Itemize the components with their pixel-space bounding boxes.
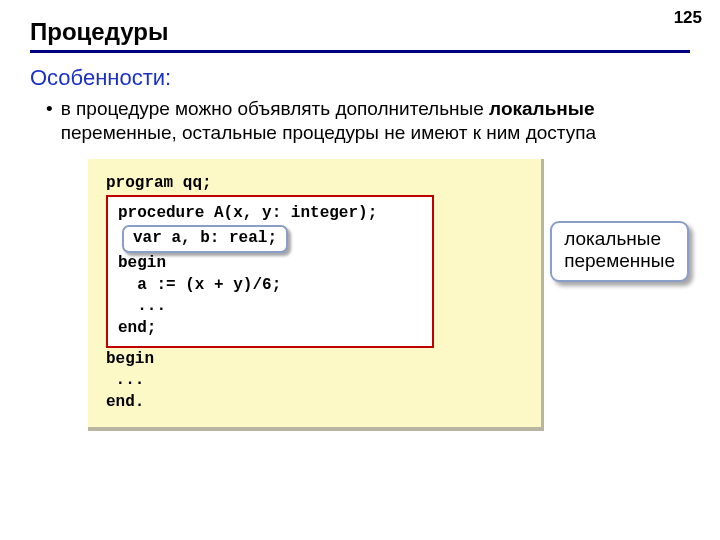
var-declaration-row: var a, b: real;	[118, 225, 422, 254]
bullet-item: • в процедуре можно объявлять дополнител…	[46, 97, 680, 145]
callout-line-2: переменные	[564, 250, 675, 273]
page-title: Процедуры	[30, 18, 720, 46]
bullet-text-pre: в процедуре можно объявлять дополнительн…	[61, 98, 489, 119]
callout-local-variables: локальные переменные	[550, 221, 689, 283]
page-number: 125	[674, 8, 702, 28]
bullet-text: в процедуре можно объявлять дополнительн…	[61, 97, 680, 145]
bullet-text-bold: локальные	[489, 98, 595, 119]
code-line-program: program qq;	[106, 173, 523, 195]
var-chip: var a, b: real;	[122, 225, 288, 254]
code-line-begin2: begin	[106, 349, 523, 371]
code-line-begin: begin	[118, 253, 422, 275]
code-line-end2: end.	[106, 392, 523, 414]
code-line-dots2: ...	[106, 370, 523, 392]
procedure-box: procedure A(x, y: integer); var a, b: re…	[106, 195, 434, 348]
bullet-text-post: переменные, остальные процедуры не имеют…	[61, 122, 596, 143]
callout-line-1: локальные	[564, 228, 675, 251]
title-underline	[30, 50, 690, 53]
code-line-proc-head: procedure A(x, y: integer);	[118, 203, 422, 225]
code-line-assign: a := (x + y)/6;	[118, 275, 422, 297]
bullet-marker: •	[46, 97, 53, 145]
code-line-dots: ...	[118, 296, 422, 318]
section-subtitle: Особенности:	[30, 65, 720, 91]
code-block: program qq; procedure A(x, y: integer); …	[88, 159, 544, 432]
code-line-end: end;	[118, 318, 422, 340]
